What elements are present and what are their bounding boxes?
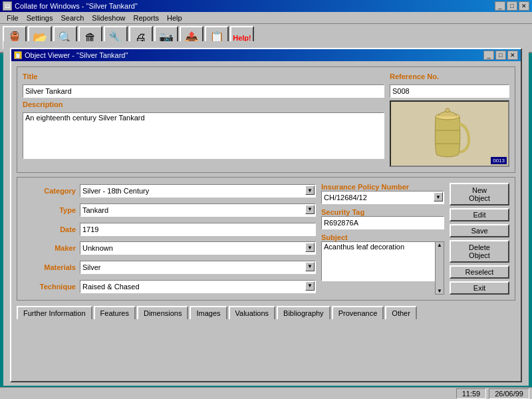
maker-wrapper: Unknown ▼	[80, 241, 316, 255]
materials-select[interactable]: Silver	[80, 261, 316, 274]
minimize-btn[interactable]: _	[495, 1, 505, 11]
close-btn[interactable]: ✕	[519, 1, 529, 11]
menu-slideshow[interactable]: Slideshow	[88, 13, 129, 23]
technique-wrapper: Raised & Chased ▼	[80, 280, 316, 293]
edit-btn[interactable]: Edit	[450, 208, 509, 221]
desc-textarea[interactable]: An eighteenth century Silver Tankard	[23, 112, 384, 159]
date-input[interactable]	[80, 223, 316, 236]
reselect-btn[interactable]: Reselect	[450, 265, 509, 279]
tab-provenance[interactable]: Provenance	[332, 306, 384, 319]
dialog-content: Title Description An eighteenth century …	[11, 61, 521, 381]
type-wrapper: Tankard ▼	[80, 203, 316, 217]
type-label: Type	[23, 206, 76, 214]
app-icon: 🗂	[3, 1, 12, 11]
top-right: Reference No.	[390, 72, 509, 167]
menu-settings[interactable]: Settings	[23, 13, 57, 23]
status-bar: 11:59 26/06/99	[0, 387, 532, 399]
tab-dimensions[interactable]: Dimensions	[137, 306, 188, 319]
category-label: Category	[23, 187, 76, 195]
tankard-svg	[426, 107, 473, 160]
tabs-container: Further Information Features Dimensions …	[17, 306, 515, 319]
top-left: Title Description An eighteenth century …	[23, 72, 384, 167]
dialog-title-bar: 📋 Object Viewer - "Silver Tankard" _ □ ✕	[11, 49, 521, 61]
tab-bibliography[interactable]: Bibliography	[277, 306, 331, 319]
ref-input[interactable]	[390, 84, 509, 98]
app-title-bar: 🗂 Collate for Windows - "Silver Tankard"…	[0, 0, 532, 12]
date-label: Date	[23, 225, 76, 233]
insurance-select[interactable]: CH/12684/12	[321, 191, 444, 204]
menu-file[interactable]: File	[3, 13, 23, 23]
maker-select[interactable]: Unknown	[80, 241, 316, 255]
status-date: 26/06/99	[489, 388, 529, 399]
tab-other[interactable]: Other	[385, 306, 417, 319]
object-viewer-dialog: 📋 Object Viewer - "Silver Tankard" _ □ ✕…	[10, 48, 522, 382]
dialog-icon: 📋	[14, 51, 22, 59]
technique-select[interactable]: Raised & Chased	[80, 280, 316, 293]
menu-search[interactable]: Search	[57, 13, 88, 23]
top-section: Title Description An eighteenth century …	[17, 66, 515, 173]
subject-scroll-down[interactable]: ▼	[436, 288, 444, 294]
dialog-maximize-btn[interactable]: □	[495, 51, 506, 60]
thumbnail-area: 0013	[390, 100, 509, 167]
dialog-close-btn[interactable]: ✕	[507, 51, 518, 60]
exit-btn[interactable]: Exit	[450, 281, 509, 295]
security-input[interactable]	[321, 216, 444, 229]
save-btn[interactable]: Save	[450, 224, 509, 237]
category-wrapper: Silver - 18th Century ▼	[80, 184, 316, 198]
main-area: 📋 Object Viewer - "Silver Tankard" _ □ ✕…	[3, 41, 529, 386]
mid-center: Insurance Policy Number CH/12684/12 ▼ Se…	[321, 183, 444, 295]
new-object-btn[interactable]: NewObject	[450, 183, 509, 205]
desc-label: Description	[23, 100, 384, 108]
middle-section: Category Silver - 18th Century ▼ Type Ta…	[17, 177, 515, 301]
tab-valuations[interactable]: Valuations	[229, 306, 276, 319]
title-label: Title	[23, 72, 384, 80]
svg-point-4	[446, 108, 450, 112]
tab-images[interactable]: Images	[190, 306, 227, 319]
tab-features[interactable]: Features	[94, 306, 136, 319]
insurance-label: Insurance Policy Number	[321, 183, 444, 191]
security-label: Security Tag	[321, 208, 444, 216]
status-time: 11:59	[456, 388, 487, 399]
category-select[interactable]: Silver - 18th Century	[80, 184, 316, 198]
action-buttons: NewObject Edit Save DeleteObject Reselec…	[450, 183, 509, 295]
menu-reports[interactable]: Reports	[129, 13, 163, 23]
title-input[interactable]	[23, 84, 384, 98]
materials-wrapper: Silver ▼	[80, 261, 316, 274]
menu-bar: File Settings Search Slideshow Reports H…	[0, 12, 532, 24]
dialog-title: Object Viewer - "Silver Tankard"	[25, 51, 128, 59]
delete-object-btn[interactable]: DeleteObject	[450, 240, 509, 263]
thumb-label: 0013	[491, 157, 507, 164]
technique-label: Technique	[23, 283, 76, 291]
dialog-minimize-btn[interactable]: _	[483, 51, 494, 60]
subject-scroll-up[interactable]: ▲	[436, 242, 444, 248]
app-title: Collate for Windows - "Silver Tankard"	[15, 2, 138, 10]
subject-label: Subject	[321, 233, 444, 241]
subject-textarea[interactable]: Acanthus leaf decoration	[321, 241, 444, 281]
mid-left: Category Silver - 18th Century ▼ Type Ta…	[23, 183, 316, 295]
tab-further-information[interactable]: Further Information	[17, 306, 92, 319]
maximize-btn[interactable]: □	[507, 1, 517, 11]
menu-help[interactable]: Help	[163, 13, 186, 23]
ref-label: Reference No.	[390, 72, 509, 80]
maker-label: Maker	[23, 244, 76, 252]
insurance-wrapper: CH/12684/12 ▼	[321, 191, 444, 204]
materials-label: Materials	[23, 263, 76, 271]
type-select[interactable]: Tankard	[80, 203, 316, 217]
